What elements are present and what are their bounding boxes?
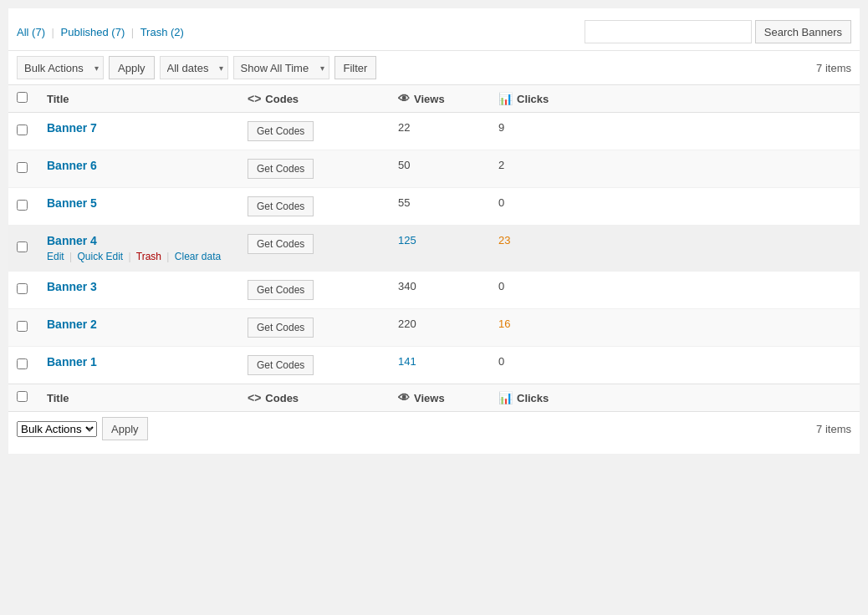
filter-published-link[interactable]: Published (7) <box>61 26 128 38</box>
table-row: Banner 3 Edit | Quick Edit | Trash | Cle… <box>8 272 860 309</box>
clear-data-link[interactable]: Clear data <box>175 251 221 262</box>
views-value: 50 <box>398 159 410 171</box>
table-footer-row: Title <> Codes 👁 Views 📊 <box>8 384 860 412</box>
banners-table: Title <> Codes 👁 Views <box>8 84 860 411</box>
search-input[interactable] <box>585 20 752 43</box>
select-all-checkbox[interactable] <box>17 92 28 103</box>
toolbar-left: Bulk Actions ▾ Apply All dates ▾ Show Al… <box>17 56 376 79</box>
title-sort-link[interactable]: Title <box>47 93 69 105</box>
get-codes-button[interactable]: Get Codes <box>248 318 314 338</box>
row-checkbox[interactable] <box>17 241 28 252</box>
apply-button-top[interactable]: Apply <box>109 56 155 79</box>
banner-title-link[interactable]: Banner 5 <box>47 196 97 210</box>
banner-title-link[interactable]: Banner 7 <box>47 121 97 135</box>
row-codes-cell: Get Codes <box>239 226 390 272</box>
table-row: Banner 7 Edit | Quick Edit | Trash | Cle… <box>8 113 860 150</box>
filter-all-link[interactable]: All (7) <box>17 26 49 38</box>
get-codes-button[interactable]: Get Codes <box>248 355 314 375</box>
row-checkbox[interactable] <box>17 200 28 211</box>
footer-views-icon: 👁 <box>398 391 410 404</box>
row-views-cell: 125 <box>390 226 490 272</box>
show-all-time-wrap: Show All Time ▾ <box>233 56 329 79</box>
row-views-cell: 55 <box>390 188 490 226</box>
row-checkbox-cell <box>8 150 38 188</box>
filter-button[interactable]: Filter <box>334 56 377 79</box>
get-codes-button[interactable]: Get Codes <box>248 196 314 216</box>
search-area: Search Banners <box>585 20 851 43</box>
items-count-top: 7 items <box>816 62 851 74</box>
table-header-row: Title <> Codes 👁 Views <box>8 85 860 113</box>
row-clicks-cell: 0 <box>490 272 860 309</box>
banner-title-link[interactable]: Banner 2 <box>47 318 97 331</box>
row-checkbox[interactable] <box>17 162 28 173</box>
banner-title-link[interactable]: Banner 1 <box>47 355 97 368</box>
footer-clicks-icon: 📊 <box>498 391 513 404</box>
row-title-cell: Banner 5 Edit | Quick Edit | Trash | Cle… <box>38 188 239 226</box>
footer-clicks-col: 📊 Clicks <box>490 384 860 412</box>
banner-title-link[interactable]: Banner 3 <box>47 280 97 293</box>
banner-table-body: Banner 7 Edit | Quick Edit | Trash | Cle… <box>8 113 860 384</box>
row-checkbox[interactable] <box>17 125 28 135</box>
footer-views-col: 👁 Views <box>390 384 490 412</box>
row-checkbox-cell <box>8 347 38 384</box>
table-row: Banner 2 Edit | Quick Edit | Trash | Cle… <box>8 309 860 347</box>
banner-title-link[interactable]: Banner 4 <box>47 234 97 247</box>
row-clicks-cell: 23 <box>490 226 860 272</box>
row-clicks-cell: 16 <box>490 309 860 347</box>
row-clicks-cell: 0 <box>490 188 860 226</box>
row-views-cell: 22 <box>390 113 490 150</box>
select-all-footer-checkbox[interactable] <box>17 391 28 402</box>
footer-codes-col: <> Codes <box>239 384 390 412</box>
clicks-value: 0 <box>498 280 504 292</box>
main-container: All (7) | Published (7) | Trash (2) Sear… <box>8 8 860 454</box>
row-codes-cell: Get Codes <box>239 150 390 188</box>
items-count-bottom: 7 items <box>816 423 851 435</box>
views-value: 125 <box>398 234 416 247</box>
row-views-cell: 220 <box>390 309 490 347</box>
row-checkbox[interactable] <box>17 321 28 332</box>
show-all-time-select[interactable]: Show All Time <box>233 56 329 79</box>
table-row: Banner 1 Edit | Quick Edit | Trash | Cle… <box>8 347 860 384</box>
row-title-cell: Banner 7 Edit | Quick Edit | Trash | Cle… <box>38 113 239 150</box>
row-title-cell: Banner 3 Edit | Quick Edit | Trash | Cle… <box>38 272 239 309</box>
get-codes-button[interactable]: Get Codes <box>248 159 314 179</box>
header-views-col: 👁 Views <box>390 85 490 113</box>
all-dates-select[interactable]: All dates <box>160 56 228 79</box>
get-codes-button[interactable]: Get Codes <box>248 121 314 141</box>
get-codes-button[interactable]: Get Codes <box>248 280 314 300</box>
clicks-value: 9 <box>498 121 504 134</box>
row-checkbox-cell <box>8 226 38 272</box>
row-checkbox-cell <box>8 309 38 347</box>
top-bar: All (7) | Published (7) | Trash (2) Sear… <box>8 17 860 51</box>
clicks-icon: 📊 <box>498 92 513 105</box>
apply-button-bottom[interactable]: Apply <box>102 417 148 440</box>
row-checkbox-cell <box>8 188 38 226</box>
table-row: Banner 4 Edit | Quick Edit | Trash | Cle… <box>8 226 860 272</box>
edit-link[interactable]: Edit <box>47 251 64 262</box>
quick-edit-link[interactable]: Quick Edit <box>78 251 124 262</box>
clicks-value: 0 <box>498 355 504 368</box>
bulk-actions-bottom-wrap: Bulk Actions ▾ <box>17 421 97 437</box>
row-title-cell: Banner 2 Edit | Quick Edit | Trash | Cle… <box>38 309 239 347</box>
get-codes-button[interactable]: Get Codes <box>248 234 314 254</box>
clicks-value: 0 <box>498 196 504 209</box>
bulk-actions-bottom-select[interactable]: Bulk Actions <box>17 421 97 437</box>
row-checkbox[interactable] <box>17 358 28 369</box>
clicks-value: 2 <box>498 159 504 171</box>
header-clicks-col: 📊 Clicks <box>490 85 860 113</box>
filter-trash-link[interactable]: Trash (2) <box>140 26 184 38</box>
search-banners-button[interactable]: Search Banners <box>755 20 851 43</box>
toolbar-bottom: Bulk Actions ▾ Apply 7 items <box>8 411 860 445</box>
footer-checkbox-col <box>8 384 38 412</box>
trash-link[interactable]: Trash <box>136 251 161 262</box>
views-icon: 👁 <box>398 92 410 105</box>
row-title-cell: Banner 6 Edit | Quick Edit | Trash | Cle… <box>38 150 239 188</box>
header-codes-col: <> Codes <box>239 85 390 113</box>
views-value: 340 <box>398 280 416 292</box>
row-checkbox[interactable] <box>17 283 28 294</box>
row-codes-cell: Get Codes <box>239 113 390 150</box>
row-clicks-cell: 2 <box>490 150 860 188</box>
codes-icon: <> <box>248 92 261 105</box>
banner-title-link[interactable]: Banner 6 <box>47 159 97 172</box>
bulk-actions-select[interactable]: Bulk Actions <box>17 56 104 79</box>
